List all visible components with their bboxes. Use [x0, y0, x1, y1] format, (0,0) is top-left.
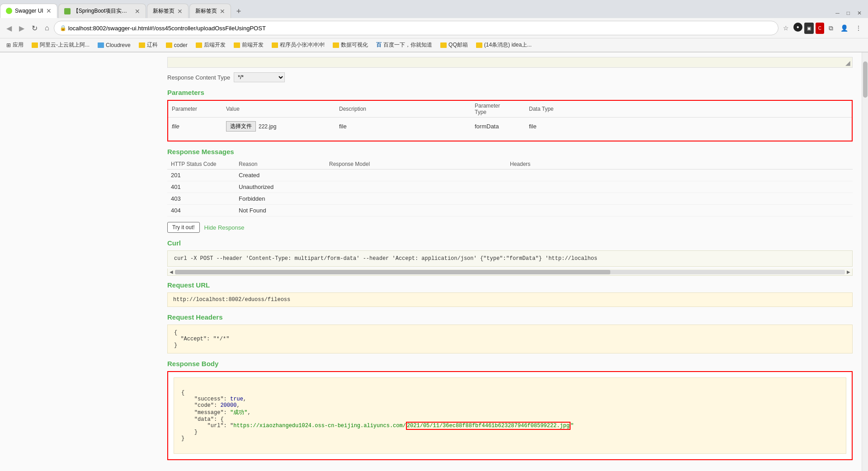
address-input[interactable] [68, 25, 773, 32]
json-message-value: "成功" [230, 410, 247, 416]
top-textarea-area: ◢ [167, 57, 853, 68]
refresh-button[interactable]: ↻ [29, 22, 40, 34]
status-code-201: 201 [167, 170, 235, 181]
bookmark-dataviz-label: 数据可视化 [341, 41, 368, 49]
scroll-track[interactable] [175, 270, 845, 274]
parameters-table-body: file 选择文件 222.jpg file formData file [168, 118, 852, 136]
headers-401 [506, 181, 853, 193]
bookmark-apps[interactable]: ⊞ 应用 [4, 40, 26, 50]
bookmark-baidu[interactable]: 百 百度一下，你就知道 [373, 40, 435, 50]
tab-label-newtab2: 新标签页 [195, 7, 217, 15]
request-headers-label: Request Headers [167, 313, 853, 321]
table-row: 201 Created [167, 170, 853, 181]
folder-icon [333, 42, 339, 48]
bookmark-cloudreve[interactable]: Cloudreve [95, 41, 133, 49]
menu-button[interactable]: ⋮ [853, 23, 864, 34]
model-403 [326, 193, 506, 205]
choose-file-button[interactable]: 选择文件 [226, 121, 256, 132]
bookmark-frontend[interactable]: 前端开发 [231, 40, 266, 50]
folder-icon [234, 42, 240, 48]
json-message-key: "message": [181, 410, 230, 416]
tab-springboot[interactable]: 【SpringBoot项目实战】2020... ✕ [58, 4, 146, 18]
col-description: Description [335, 101, 471, 118]
parameters-table-head: Parameter Value Description ParameterTyp… [168, 101, 852, 118]
col-parameter: Parameter [168, 101, 222, 118]
maximize-button[interactable]: □ [844, 8, 853, 18]
folder-icon [476, 42, 482, 48]
status-code-403: 403 [167, 193, 235, 205]
model-201 [326, 170, 506, 181]
headers-201 [506, 170, 853, 181]
json-comma3: , [247, 410, 250, 416]
back-button[interactable]: ◀ [4, 22, 14, 34]
tab-newtab1[interactable]: 新标签页 ✕ [147, 4, 189, 18]
curl-code-block: curl -X POST --header 'Content-Type: mul… [167, 250, 853, 267]
tab-close-swagger[interactable]: ✕ [46, 7, 52, 14]
star-button[interactable]: ☆ [780, 23, 792, 34]
bookmark-qq-mail[interactable]: QQ邮箱 [438, 40, 471, 50]
bookmark-aliyun[interactable]: 阿里云-上云就上阿... [29, 40, 92, 50]
close-button[interactable]: ✕ [854, 8, 864, 18]
scroll-right-arrow[interactable]: ▶ [847, 269, 850, 274]
tab-close-newtab2[interactable]: ✕ [220, 8, 225, 15]
tab-newtab2[interactable]: 新标签页 ✕ [189, 4, 231, 18]
bookmark-idea[interactable]: (14条消息) idea上... [473, 40, 534, 50]
request-headers-box: { "Accept": "*/*" } [167, 325, 853, 353]
tab-close-springboot[interactable]: ✕ [135, 8, 140, 15]
response-content-type-select[interactable]: */* application/json [234, 72, 285, 82]
reason-unauthorized: Unauthorized [235, 181, 326, 193]
bookmark-coder2[interactable]: 程序员小张冲冲冲! [269, 40, 327, 50]
reason-created: Created [235, 170, 326, 181]
forward-button[interactable]: ▶ [16, 22, 27, 34]
vertical-scrollbar-thumb[interactable] [863, 61, 868, 98]
folder-icon [166, 42, 172, 48]
bookmark-liaoke[interactable]: 辽科 [136, 40, 160, 50]
vertical-scrollbar-track[interactable] [862, 52, 868, 471]
scroll-left-arrow[interactable]: ◀ [170, 269, 173, 274]
response-content-type-row: Response Content Type */* application/js… [167, 72, 853, 82]
request-url-label: Request URL [167, 281, 853, 289]
apps-grid-icon: ⊞ [6, 42, 11, 48]
param-type-cell: formData [471, 118, 525, 136]
home-button[interactable]: ⌂ [42, 22, 52, 34]
json-code-key: "code": [181, 402, 220, 409]
hide-response-link[interactable]: Hide Response [204, 224, 245, 231]
parameters-table: Parameter Value Description ParameterTyp… [168, 101, 852, 135]
curl-scrollbar: ◀ ▶ [167, 268, 853, 276]
bookmark-coder[interactable]: coder [163, 41, 190, 49]
bookmark-baidu-label: 百度一下，你就知道 [383, 41, 432, 49]
resize-handle[interactable]: ◢ [845, 59, 850, 66]
bookmark-dataviz[interactable]: 数据可视化 [330, 40, 371, 50]
file-input-area: 选择文件 222.jpg [226, 121, 332, 132]
tab-bar: Swagger UI ✕ 【SpringBoot项目实战】2020... ✕ 新… [0, 0, 868, 18]
bookmark-idea-label: (14条消息) idea上... [484, 41, 532, 49]
col-value: Value [222, 101, 335, 118]
json-brace-close: } [181, 435, 184, 442]
parameters-header-row: Parameter Value Description ParameterTyp… [168, 101, 852, 118]
scroll-thumb[interactable] [175, 270, 610, 274]
tab-swagger-ui[interactable]: Swagger UI ✕ [0, 4, 57, 18]
bookmark-backend[interactable]: 后端开发 [193, 40, 228, 50]
try-it-out-button[interactable]: Try it out! [167, 222, 200, 233]
selected-filename: 222.jpg [259, 123, 276, 130]
json-brace-open: { [181, 390, 184, 396]
parameters-section-label: Parameters [167, 89, 853, 96]
tab-favicon-spring [64, 8, 71, 14]
address-bar[interactable]: 🔒 [54, 21, 778, 35]
profile-button[interactable]: 👤 [838, 23, 851, 34]
response-body-section-label: Response Body [167, 360, 853, 367]
extensions-button[interactable]: ⧉ [826, 23, 836, 34]
tab-close-newtab1[interactable]: ✕ [177, 8, 183, 15]
minimize-button[interactable]: ─ [833, 8, 842, 18]
extension2-button[interactable]: ▣ [804, 23, 814, 34]
bookmark-aliyun-label: 阿里云-上云就上阿... [40, 41, 90, 49]
tab-label-swagger: Swagger UI [15, 8, 43, 14]
folder-icon [196, 42, 202, 48]
baidu-icon: 百 [376, 41, 382, 49]
swagger-section: ◢ Response Content Type */* application/… [0, 52, 862, 471]
extension1-button[interactable]: ● [793, 23, 802, 32]
new-tab-button[interactable]: + [232, 5, 246, 18]
extension3-button[interactable]: C [816, 23, 824, 34]
table-row: 401 Unauthorized [167, 181, 853, 193]
col-headers: Headers [506, 159, 853, 170]
